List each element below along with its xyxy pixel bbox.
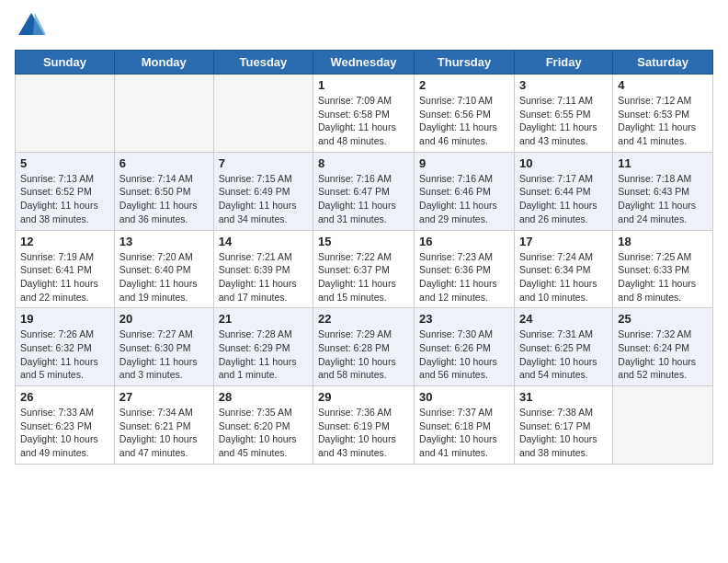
day-number: 14 [219,235,308,248]
day-info: Sunrise: 7:09 AM Sunset: 6:58 PM Dayligh… [318,94,409,148]
page: SundayMondayTuesdayWednesdayThursdayFrid… [0,0,728,563]
calendar-week-row: 12Sunrise: 7:19 AM Sunset: 6:41 PM Dayli… [16,230,713,308]
calendar-cell: 16Sunrise: 7:23 AM Sunset: 6:36 PM Dayli… [415,230,515,308]
day-number: 17 [519,235,608,248]
calendar-cell: 5Sunrise: 7:13 AM Sunset: 6:52 PM Daylig… [16,152,115,230]
calendar-cell: 30Sunrise: 7:37 AM Sunset: 6:18 PM Dayli… [415,386,515,465]
calendar-cell [16,75,115,153]
calendar-cell: 25Sunrise: 7:32 AM Sunset: 6:24 PM Dayli… [613,308,713,386]
generalblue-logo-icon [15,9,48,42]
day-info: Sunrise: 7:20 AM Sunset: 6:40 PM Dayligh… [119,250,209,304]
day-info: Sunrise: 7:36 AM Sunset: 6:19 PM Dayligh… [318,406,409,460]
weekday-header-tuesday: Tuesday [213,51,313,75]
calendar-cell: 11Sunrise: 7:18 AM Sunset: 6:43 PM Dayli… [613,152,713,230]
calendar-cell: 27Sunrise: 7:34 AM Sunset: 6:21 PM Dayli… [114,386,213,465]
day-info: Sunrise: 7:25 AM Sunset: 6:33 PM Dayligh… [618,250,708,304]
day-number: 1 [318,78,409,92]
day-info: Sunrise: 7:14 AM Sunset: 6:50 PM Dayligh… [119,172,209,226]
calendar-cell: 29Sunrise: 7:36 AM Sunset: 6:19 PM Dayli… [313,386,415,465]
day-info: Sunrise: 7:16 AM Sunset: 6:46 PM Dayligh… [419,172,509,226]
weekday-header-friday: Friday [514,51,612,75]
day-number: 22 [318,312,409,326]
day-info: Sunrise: 7:32 AM Sunset: 6:24 PM Dayligh… [618,327,708,382]
day-info: Sunrise: 7:38 AM Sunset: 6:17 PM Dayligh… [519,406,608,460]
day-info: Sunrise: 7:16 AM Sunset: 6:47 PM Dayligh… [318,172,409,226]
calendar-week-row: 1Sunrise: 7:09 AM Sunset: 6:58 PM Daylig… [16,75,713,153]
calendar-cell: 28Sunrise: 7:35 AM Sunset: 6:20 PM Dayli… [213,386,313,465]
weekday-header-wednesday: Wednesday [313,51,415,75]
day-number: 28 [219,390,308,404]
calendar-cell: 12Sunrise: 7:19 AM Sunset: 6:41 PM Dayli… [16,230,115,308]
day-info: Sunrise: 7:10 AM Sunset: 6:56 PM Dayligh… [419,94,509,148]
calendar-cell: 17Sunrise: 7:24 AM Sunset: 6:34 PM Dayli… [514,230,612,308]
day-number: 6 [119,156,209,170]
day-number: 20 [119,312,209,326]
day-info: Sunrise: 7:31 AM Sunset: 6:25 PM Dayligh… [519,327,608,382]
calendar-cell: 9Sunrise: 7:16 AM Sunset: 6:46 PM Daylig… [415,152,515,230]
day-number: 13 [119,235,209,248]
day-number: 3 [519,78,608,92]
day-number: 4 [618,78,708,92]
day-number: 5 [20,156,109,170]
header [15,9,713,42]
day-number: 9 [419,156,509,170]
day-number: 8 [318,156,409,170]
calendar-cell: 31Sunrise: 7:38 AM Sunset: 6:17 PM Dayli… [514,386,612,465]
day-info: Sunrise: 7:24 AM Sunset: 6:34 PM Dayligh… [519,250,608,304]
day-number: 27 [119,390,209,404]
day-info: Sunrise: 7:37 AM Sunset: 6:18 PM Dayligh… [419,406,509,460]
day-number: 2 [419,78,509,92]
day-info: Sunrise: 7:13 AM Sunset: 6:52 PM Dayligh… [20,172,109,226]
calendar-cell [613,386,713,465]
calendar-week-row: 26Sunrise: 7:33 AM Sunset: 6:23 PM Dayli… [16,386,713,465]
day-info: Sunrise: 7:30 AM Sunset: 6:26 PM Dayligh… [419,327,509,382]
day-number: 29 [318,390,409,404]
day-info: Sunrise: 7:26 AM Sunset: 6:32 PM Dayligh… [20,327,109,382]
calendar-cell: 7Sunrise: 7:15 AM Sunset: 6:49 PM Daylig… [213,152,313,230]
day-number: 18 [618,235,708,248]
calendar-cell: 3Sunrise: 7:11 AM Sunset: 6:55 PM Daylig… [514,75,612,153]
calendar-cell: 23Sunrise: 7:30 AM Sunset: 6:26 PM Dayli… [415,308,515,386]
day-info: Sunrise: 7:21 AM Sunset: 6:39 PM Dayligh… [219,250,308,304]
calendar-cell: 6Sunrise: 7:14 AM Sunset: 6:50 PM Daylig… [114,152,213,230]
day-info: Sunrise: 7:18 AM Sunset: 6:43 PM Dayligh… [618,172,708,226]
calendar-cell: 4Sunrise: 7:12 AM Sunset: 6:53 PM Daylig… [613,75,713,153]
calendar-cell: 26Sunrise: 7:33 AM Sunset: 6:23 PM Dayli… [16,386,115,465]
day-info: Sunrise: 7:27 AM Sunset: 6:30 PM Dayligh… [119,327,209,382]
day-number: 19 [20,312,109,326]
calendar-week-row: 19Sunrise: 7:26 AM Sunset: 6:32 PM Dayli… [16,308,713,386]
logo [15,9,50,42]
day-info: Sunrise: 7:22 AM Sunset: 6:37 PM Dayligh… [318,250,409,304]
calendar-cell: 20Sunrise: 7:27 AM Sunset: 6:30 PM Dayli… [114,308,213,386]
day-number: 16 [419,235,509,248]
calendar-cell [213,75,313,153]
calendar-cell: 1Sunrise: 7:09 AM Sunset: 6:58 PM Daylig… [313,75,415,153]
calendar-cell: 8Sunrise: 7:16 AM Sunset: 6:47 PM Daylig… [313,152,415,230]
weekday-header-thursday: Thursday [415,51,515,75]
calendar-cell: 18Sunrise: 7:25 AM Sunset: 6:33 PM Dayli… [613,230,713,308]
day-number: 31 [519,390,608,404]
day-info: Sunrise: 7:28 AM Sunset: 6:29 PM Dayligh… [219,327,308,382]
day-info: Sunrise: 7:12 AM Sunset: 6:53 PM Dayligh… [618,94,708,148]
day-number: 23 [419,312,509,326]
day-info: Sunrise: 7:19 AM Sunset: 6:41 PM Dayligh… [20,250,109,304]
calendar-cell: 2Sunrise: 7:10 AM Sunset: 6:56 PM Daylig… [415,75,515,153]
calendar-cell: 22Sunrise: 7:29 AM Sunset: 6:28 PM Dayli… [313,308,415,386]
day-info: Sunrise: 7:35 AM Sunset: 6:20 PM Dayligh… [219,406,308,460]
weekday-header-sunday: Sunday [16,51,115,75]
calendar-cell: 14Sunrise: 7:21 AM Sunset: 6:39 PM Dayli… [213,230,313,308]
calendar-week-row: 5Sunrise: 7:13 AM Sunset: 6:52 PM Daylig… [16,152,713,230]
calendar-cell [114,75,213,153]
day-info: Sunrise: 7:15 AM Sunset: 6:49 PM Dayligh… [219,172,308,226]
calendar-table: SundayMondayTuesdayWednesdayThursdayFrid… [15,50,713,465]
day-number: 25 [618,312,708,326]
day-number: 30 [419,390,509,404]
day-number: 10 [519,156,608,170]
day-info: Sunrise: 7:11 AM Sunset: 6:55 PM Dayligh… [519,94,608,148]
day-info: Sunrise: 7:33 AM Sunset: 6:23 PM Dayligh… [20,406,109,460]
calendar-cell: 21Sunrise: 7:28 AM Sunset: 6:29 PM Dayli… [213,308,313,386]
weekday-header-row: SundayMondayTuesdayWednesdayThursdayFrid… [16,51,713,75]
day-info: Sunrise: 7:34 AM Sunset: 6:21 PM Dayligh… [119,406,209,460]
day-info: Sunrise: 7:29 AM Sunset: 6:28 PM Dayligh… [318,327,409,382]
day-number: 21 [219,312,308,326]
